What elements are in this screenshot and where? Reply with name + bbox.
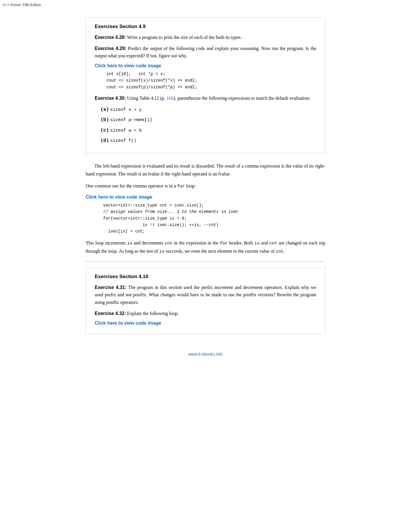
exercise-4-31-label: Exercise 4.31: bbox=[95, 285, 127, 290]
exercise-4-32-label: Exercise 4.32: bbox=[95, 311, 126, 316]
sub-a-label: (a) bbox=[101, 107, 109, 112]
sub-b-code: sizeof p->mem[i] bbox=[110, 118, 152, 123]
exercise-4-32: Exercise 4.32: Explain the following loo… bbox=[95, 310, 316, 317]
exercise-4-32-text: Explain the following loop. bbox=[126, 311, 179, 316]
para3-cnt: cnt bbox=[165, 241, 172, 246]
exercise-4-30-d: (d) sizeof f() bbox=[101, 137, 316, 145]
sub-d-label: (d) bbox=[101, 138, 109, 143]
para3-5: and bbox=[260, 240, 269, 245]
exercise-4-28-label: Exercise 4.28: bbox=[95, 35, 126, 40]
exercise-4-30-b: (b) sizeof p->mem[i] bbox=[101, 116, 316, 124]
para3-3: in the expression in the bbox=[172, 240, 220, 245]
exercise-4-30-a: (a) sizeof x + y bbox=[101, 106, 316, 114]
sub-b-label: (b) bbox=[101, 117, 109, 123]
para3-cnt3: cnt bbox=[276, 249, 284, 254]
exercise-4-30-text1: Using Table 4.12 (p. bbox=[126, 96, 167, 101]
footer-link[interactable]: www.it-ebooks.info bbox=[189, 352, 223, 357]
exercise-4-29-label: Exercise 4.29: bbox=[95, 46, 126, 51]
code-line-2: // assign values from size... 1 to the e… bbox=[103, 209, 238, 214]
exercise-4-30-text2: ), parenthesize the following expression… bbox=[173, 96, 310, 101]
section-4-10-title: Exercises Section 4.10 bbox=[95, 274, 316, 280]
exercises-section-4-9-box: Exercises Section 4.9 Exercise 4.28: Wri… bbox=[86, 18, 325, 153]
body-paragraph-1: The left-hand expression is evaluated an… bbox=[86, 162, 325, 178]
sub-c-code: sizeof a < b bbox=[110, 128, 142, 133]
page-content: Exercises Section 4.9 Exercise 4.28: Wri… bbox=[74, 0, 337, 374]
code-block-2: vector<int>::size_type cnt = ivec.size()… bbox=[103, 202, 325, 235]
exercise-4-31: Exercise 4.31: The program in this secti… bbox=[95, 284, 316, 306]
para3-1: This loop increments bbox=[86, 240, 127, 245]
exercise-4-30-c: (c) sizeof a < b bbox=[101, 126, 316, 135]
click-link-2[interactable]: Click here to view code image bbox=[86, 194, 325, 200]
para3-2: and decrements bbox=[132, 240, 165, 245]
sub-a-code: sizeof x + y bbox=[110, 107, 142, 112]
sub-d-code: sizeof f() bbox=[110, 138, 137, 143]
body-paragraph-3: This loop increments ix and decrements c… bbox=[86, 239, 325, 256]
page-header: C++ Primer, Fifth Edition bbox=[3, 3, 41, 7]
exercise-4-31-text: The program in this section used the pre… bbox=[95, 285, 316, 305]
code-line-4: ix != ivec.size(); ++ix, --cnt) bbox=[103, 223, 219, 227]
code-line-5: ivec[ix] = cnt; bbox=[103, 229, 145, 234]
exercise-4-30-label: Exercise 4.30: bbox=[95, 96, 126, 101]
para3-cnt2: cnt bbox=[269, 241, 277, 246]
body-paragraph-2: One common use for the comma operator is… bbox=[86, 182, 325, 190]
para3-4: header. Both bbox=[228, 240, 254, 245]
exercise-4-30: Exercise 4.30: Using Table 4.12 (p. 166)… bbox=[95, 94, 316, 102]
divider-2 bbox=[86, 261, 325, 262]
para3-7: succeeds, we reset the next element to t… bbox=[165, 249, 276, 254]
sub-c-label: (c) bbox=[101, 128, 109, 133]
click-link-3[interactable]: Click here to view code image bbox=[95, 321, 316, 326]
para3-for: for bbox=[220, 241, 228, 246]
section-4-9-title: Exercises Section 4.9 bbox=[95, 24, 316, 30]
code-line-1: vector<int>::size_type cnt = ivec.size()… bbox=[103, 203, 204, 208]
footer: www.it-ebooks.info bbox=[86, 352, 325, 357]
exercises-section-4-10-box: Exercises Section 4.10 Exercise 4.31: Th… bbox=[86, 268, 325, 334]
click-link-1[interactable]: Click here to view code image bbox=[95, 63, 316, 68]
code-line-3: for(vector<int>::size_type ix = 0; bbox=[103, 216, 187, 221]
book-title: C++ Primer, Fifth Edition bbox=[3, 3, 41, 7]
code-block-1: int x[10]; int *p = x; cout << sizeof(x)… bbox=[106, 71, 316, 90]
para3-ix: ix bbox=[127, 241, 132, 246]
para2-suffix: loop: bbox=[185, 183, 196, 188]
exercise-4-29-text: Predict the output of the following code… bbox=[95, 46, 316, 58]
para2-prefix: One common use for the comma operator is… bbox=[86, 183, 177, 188]
exercise-4-30-ref[interactable]: 166 bbox=[166, 96, 173, 101]
para3-ix2: ix bbox=[254, 241, 260, 246]
exercise-4-28: Exercise 4.28: Write a program to print … bbox=[95, 34, 316, 41]
exercise-4-29: Exercise 4.29: Predict the output of the… bbox=[95, 45, 316, 60]
para2-for: for bbox=[177, 184, 185, 189]
exercise-4-28-text: Write a program to print the size of eac… bbox=[126, 35, 242, 40]
para3-ix3: ix bbox=[159, 249, 165, 254]
para3-8: . bbox=[284, 249, 285, 254]
